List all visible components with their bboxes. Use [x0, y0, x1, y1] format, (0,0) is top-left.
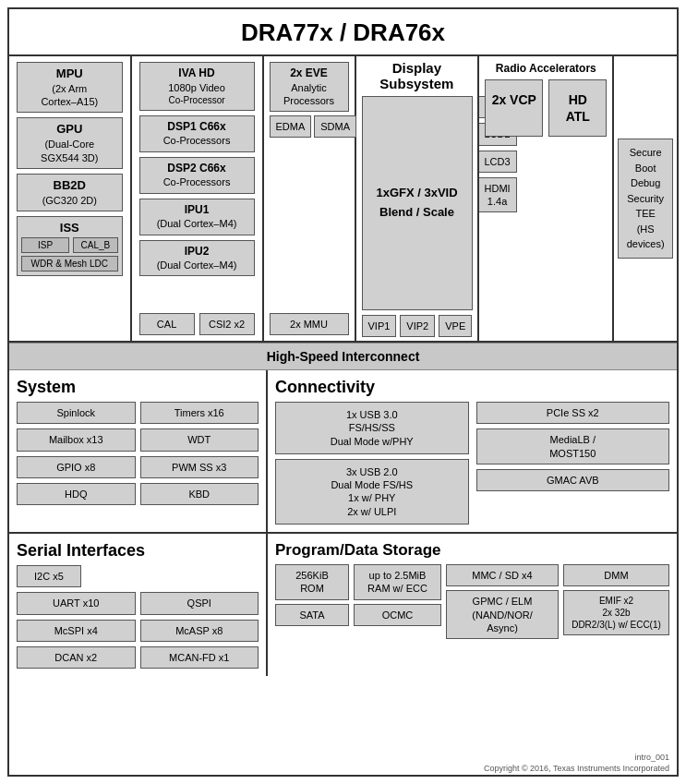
gmac-block: GMAC AVB	[476, 469, 670, 491]
dsp1-sub: Co-Processors	[146, 134, 248, 147]
eve-column: 2x EVE Analytic Processors EDMA SDMA 2x …	[264, 56, 356, 341]
csi2-block: CSI2 x2	[199, 313, 255, 335]
usb2-block: 3x USB 2.0 Dual Mode FS/HS 1x w/ PHY 2x …	[275, 459, 469, 525]
mcan-block: MCAN-FD x1	[140, 646, 259, 669]
eve-spacer	[270, 141, 349, 308]
iss-block: ISS ISP CAL_B WDR & Mesh LDC	[17, 216, 123, 276]
iss-title: ISS	[21, 221, 118, 235]
ipu1-block: IPU1 (Dual Cortex–M4)	[139, 199, 255, 235]
sdma-block: SDMA	[314, 115, 356, 138]
qspi-block: QSPI	[140, 592, 259, 614]
connectivity-title: Connectivity	[275, 378, 669, 397]
dsp1-block: DSP1 C66x Co-Processors	[139, 115, 255, 152]
radio-row: 2x VCP HD ATL	[485, 79, 607, 137]
sys-row1: Spinlock Timers x16	[17, 402, 259, 424]
eve-sub: Analytic	[276, 81, 343, 94]
pcie-block: PCIe SS x2	[476, 402, 670, 424]
gpu-block: GPU (Dual-Core SGX544 3D)	[17, 117, 123, 168]
mmu-block: 2x MMU	[270, 313, 349, 335]
serial-storage-row: Serial Interfaces I2C x5 UART x10 QSPI M…	[9, 532, 677, 676]
uart-block: UART x10	[17, 592, 136, 614]
ocmc-block: OCMC	[354, 604, 441, 626]
iss-row: ISP CAL_B	[21, 237, 118, 253]
edma-block: EDMA	[270, 115, 312, 138]
eve-sub2: Processors	[276, 94, 343, 107]
mpu-sub: (2x Arm Cortex–A15)	[23, 82, 116, 109]
usb3-block: 1x USB 3.0 FS/HS/SS Dual Mode w/PHY	[275, 402, 469, 454]
display-title: Display Subsystem	[362, 60, 473, 91]
sys-conn-row: System Spinlock Timers x16 Mailbox x13 W…	[9, 370, 677, 532]
sata-block: SATA	[275, 604, 349, 626]
serial-column: Serial Interfaces I2C x5 UART x10 QSPI M…	[9, 534, 268, 676]
cal-csi-row: CAL CSI2 x2	[139, 309, 255, 335]
mcspi-block: McSPI x4	[17, 620, 136, 642]
system-title: System	[17, 378, 259, 397]
hdq-block: HDQ	[17, 483, 136, 505]
mpu-block: MPU (2x Arm Cortex–A15)	[17, 62, 123, 113]
serial-row3: McSPI x4 McASP x8	[17, 620, 259, 642]
eve-block: 2x EVE Analytic Processors	[270, 62, 349, 112]
storage-col-d: DMM EMIF x2 2x 32b DDR2/3(L) w/ ECC(1)	[563, 564, 669, 669]
i2c-block: I2C x5	[17, 565, 81, 587]
sys-row3: GPIO x8 PWM SS x3	[17, 456, 259, 478]
sys-row4: HDQ KBD	[17, 483, 259, 505]
ram-block: up to 2.5MiB RAM w/ ECC	[354, 564, 441, 600]
radio-title: Radio Accelerators	[485, 62, 607, 75]
ipu1-sub: (Dual Cortex–M4)	[146, 217, 248, 230]
secure-block: Secure Boot Debug Security TEE (HS devic…	[618, 139, 673, 259]
vcp-block: 2x VCP	[485, 79, 543, 137]
edma-sdma-row: EDMA SDMA	[270, 115, 349, 138]
intro-id: intro_001	[634, 753, 669, 762]
iva-sub2: Co-Processor	[146, 94, 248, 106]
gfx-block: 1xGFX / 3xVID Blend / Scale	[362, 96, 473, 310]
cal-block: CAL	[139, 313, 195, 335]
dmm-block: DMM	[563, 564, 669, 586]
connectivity-column: Connectivity 1x USB 3.0 FS/HS/SS Dual Mo…	[268, 370, 677, 532]
iva-block: IVA HD 1080p Video Co-Processor	[139, 62, 255, 111]
radio-column: Radio Accelerators 2x VCP HD ATL	[477, 56, 612, 341]
dcan-block: DCAN x2	[17, 646, 136, 669]
storage-col-c: MMC / SD x4 GPMC / ELM (NAND/NOR/ Async)	[446, 564, 559, 669]
conn-right: PCIe SS x2 MediaLB / MOST150 GMAC AVB	[476, 402, 670, 525]
bb2d-block: BB2D (GC320 2D)	[17, 174, 123, 211]
gpu-sub: (Dual-Core SGX544 3D)	[23, 138, 116, 164]
pwm-block: PWM SS x3	[140, 456, 259, 478]
top-band: MPU (2x Arm Cortex–A15) GPU (Dual-Core S…	[9, 56, 677, 343]
emif-block: EMIF x2 2x 32b DDR2/3(L) w/ ECC(1)	[563, 590, 669, 635]
mcasp-block: McASP x8	[140, 620, 259, 642]
vip1-block: VIP1	[362, 315, 397, 337]
timers-block: Timers x16	[140, 402, 259, 424]
storage-column: Program/Data Storage 256KiB ROM SATA up …	[268, 534, 677, 676]
serial-row2: UART x10 QSPI	[17, 592, 259, 614]
serial-row1: I2C x5	[17, 565, 259, 587]
display-inner: 1xGFX / 3xVID Blend / Scale LCD1 LCD2 LC…	[362, 96, 473, 310]
mmc-block: MMC / SD x4	[446, 564, 559, 586]
storage-col-a: 256KiB ROM SATA	[275, 564, 349, 669]
kbd-block: KBD	[140, 483, 259, 505]
storage-inner: 256KiB ROM SATA up to 2.5MiB RAM w/ ECC …	[275, 564, 669, 669]
serial-row4: DCAN x2 MCAN-FD x1	[17, 646, 259, 669]
mpu-column: MPU (2x Arm Cortex–A15) GPU (Dual-Core S…	[9, 56, 132, 341]
bb2d-sub: (GC320 2D)	[23, 194, 116, 207]
rom-block: 256KiB ROM	[275, 564, 349, 600]
gpio-block: GPIO x8	[17, 456, 136, 478]
serial-title: Serial Interfaces	[17, 541, 259, 561]
secure-column: Secure Boot Debug Security TEE (HS devic…	[612, 56, 677, 341]
ipu2-sub: (Dual Cortex–M4)	[146, 259, 248, 271]
sys-row2: Mailbox x13 WDT	[17, 428, 259, 451]
dsp-column: IVA HD 1080p Video Co-Processor DSP1 C66…	[132, 56, 264, 341]
wdt-block: WDT	[140, 428, 259, 451]
dsp2-sub: Co-Processors	[146, 175, 248, 188]
outer-border: DRA77x / DRA76x MPU (2x Arm Cortex–A15) …	[7, 7, 679, 777]
storage-col-b: up to 2.5MiB RAM w/ ECC OCMC	[354, 564, 441, 669]
vip-row: VIP1 VIP2 VPE	[362, 310, 473, 337]
isp-block: ISP	[21, 237, 69, 253]
storage-title: Program/Data Storage	[275, 541, 669, 560]
wdr-block: WDR & Mesh LDC	[21, 256, 118, 271]
cal-b-block: CAL_B	[73, 237, 117, 253]
bottom-content: System Spinlock Timers x16 Mailbox x13 W…	[9, 370, 677, 676]
atl-block: HD ATL	[548, 79, 607, 137]
mmu-row: 2x MMU	[270, 313, 349, 335]
spinlock-block: Spinlock	[17, 402, 136, 424]
interconnect-bar: High-Speed Interconnect	[9, 343, 677, 370]
